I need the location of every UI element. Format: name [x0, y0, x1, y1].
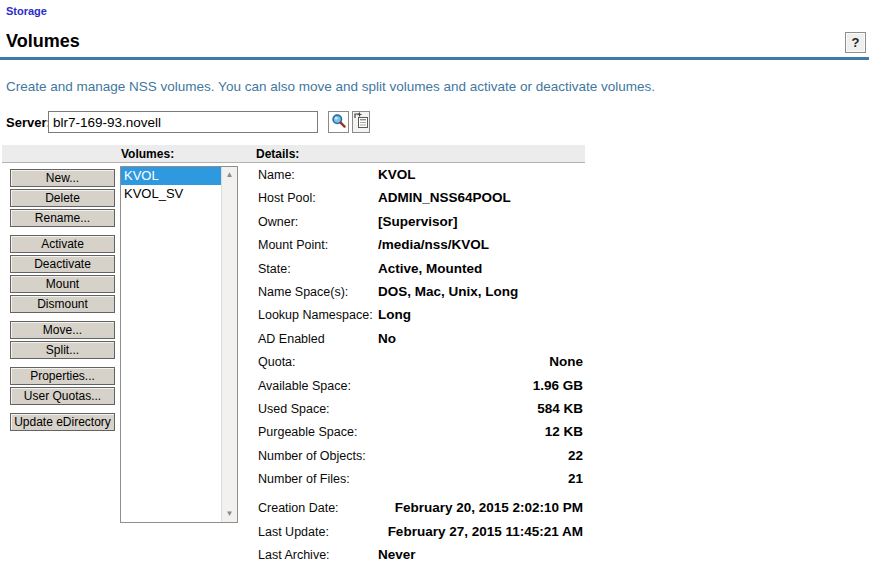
detail-row-name-space-s: Name Space(s):DOS, Mac, Unix, Long	[258, 284, 583, 307]
action-button-mount[interactable]: Mount	[10, 275, 115, 293]
detail-label: Name:	[258, 168, 378, 182]
detail-value: DOS, Mac, Unix, Long	[378, 284, 583, 299]
detail-label: Number of Files:	[258, 472, 378, 486]
detail-value: 1.96 GB	[378, 378, 583, 393]
detail-label: Name Space(s):	[258, 285, 378, 299]
action-button-group: Move...Split...	[10, 321, 115, 359]
detail-label: Owner:	[258, 215, 378, 229]
volumes-listbox: KVOLKVOL_SV ▲ ▼	[120, 166, 238, 523]
detail-label: State:	[258, 262, 378, 276]
detail-label: Used Space:	[258, 402, 378, 416]
details-header: Details:	[256, 147, 581, 161]
section-header-bar: Volumes: Details:	[2, 145, 585, 163]
action-button-user-quotas[interactable]: User Quotas...	[10, 387, 115, 405]
action-button-group: New...DeleteRename...	[10, 169, 115, 227]
detail-row-owner: Owner:[Supervisor]	[258, 214, 583, 237]
detail-value: ADMIN_NSS64POOL	[378, 190, 583, 205]
detail-value: Never	[378, 547, 583, 562]
action-button-deactivate[interactable]: Deactivate	[10, 255, 115, 273]
detail-row-number-of-files: Number of Files:21	[258, 471, 583, 494]
action-button-dismount[interactable]: Dismount	[10, 295, 115, 313]
detail-row-available-space: Available Space:1.96 GB	[258, 378, 583, 401]
detail-row-last-archive: Last Archive:Never	[258, 547, 583, 570]
detail-value: None	[378, 354, 583, 369]
help-button[interactable]: ?	[845, 32, 866, 53]
server-field-label: Server:	[6, 115, 51, 130]
detail-value: Active, Mounted	[378, 261, 583, 276]
object-history-icon	[354, 112, 369, 132]
detail-label: Purgeable Space:	[258, 425, 378, 439]
detail-value: February 20, 2015 2:02:10 PM	[378, 500, 583, 515]
action-button-update-edirectory[interactable]: Update eDirectory	[10, 413, 115, 431]
magnifier-icon	[331, 113, 347, 132]
volume-list-item-kvol[interactable]: KVOL	[121, 167, 221, 185]
server-input[interactable]	[48, 111, 318, 133]
detail-label: Quota:	[258, 355, 378, 369]
detail-label: Creation Date:	[258, 501, 378, 515]
detail-row-number-of-objects: Number of Objects:22	[258, 448, 583, 471]
detail-value: 22	[378, 448, 583, 463]
detail-value: /media/nss/KVOL	[378, 237, 583, 252]
detail-value: KVOL	[378, 167, 583, 182]
detail-row-last-update: Last Update:February 27, 2015 11:45:21 A…	[258, 524, 583, 547]
action-button-rename[interactable]: Rename...	[10, 209, 115, 227]
detail-value: Long	[378, 307, 583, 322]
detail-label: AD Enabled	[258, 332, 378, 346]
detail-row-lookup-namespace: Lookup Namespace:Long	[258, 307, 583, 330]
detail-row-quota: Quota:None	[258, 354, 583, 377]
detail-value: No	[378, 331, 583, 346]
action-button-group: ActivateDeactivateMountDismount	[10, 235, 115, 313]
detail-value: [Supervisor]	[378, 214, 583, 229]
action-button-move[interactable]: Move...	[10, 321, 115, 339]
action-button-group: Update eDirectory	[10, 413, 115, 431]
detail-label: Last Update:	[258, 525, 378, 539]
action-button-delete[interactable]: Delete	[10, 189, 115, 207]
detail-label: Host Pool:	[258, 191, 378, 205]
detail-label: Lookup Namespace:	[258, 308, 378, 322]
detail-label: Available Space:	[258, 379, 378, 393]
title-divider	[0, 57, 869, 60]
page-description: Create and manage NSS volumes. You can a…	[6, 79, 806, 94]
detail-row-used-space: Used Space:584 KB	[258, 401, 583, 424]
detail-row-ad-enabled: AD EnabledNo	[258, 331, 583, 354]
action-button-new[interactable]: New...	[10, 169, 115, 187]
breadcrumb-storage-link[interactable]: Storage	[6, 5, 47, 17]
detail-value: 584 KB	[378, 401, 583, 416]
detail-label: Mount Point:	[258, 238, 378, 252]
action-button-group: Properties...User Quotas...	[10, 367, 115, 405]
volumes-header: Volumes:	[121, 147, 174, 161]
detail-row-state: State:Active, Mounted	[258, 261, 583, 284]
detail-label: Number of Objects:	[258, 449, 378, 463]
scroll-down-icon[interactable]: ▼	[222, 506, 237, 522]
volumes-list: KVOLKVOL_SV	[121, 167, 221, 522]
list-scrollbar[interactable]: ▲ ▼	[221, 167, 237, 522]
detail-row-mount-point: Mount Point:/media/nss/KVOL	[258, 237, 583, 260]
action-button-activate[interactable]: Activate	[10, 235, 115, 253]
action-buttons: New...DeleteRename...ActivateDeactivateM…	[10, 169, 115, 439]
nss-volumes-page: { "breadcrumb": { "label": "Storage" }, …	[0, 0, 873, 574]
action-button-properties[interactable]: Properties...	[10, 367, 115, 385]
object-selector-button[interactable]	[328, 111, 349, 133]
action-button-split[interactable]: Split...	[10, 341, 115, 359]
page-title: Volumes	[6, 31, 80, 52]
detail-row-name: Name:KVOL	[258, 167, 583, 190]
detail-label: Last Archive:	[258, 548, 378, 562]
detail-row-host-pool: Host Pool:ADMIN_NSS64POOL	[258, 190, 583, 213]
volume-list-item-kvol-sv[interactable]: KVOL_SV	[121, 185, 221, 203]
detail-value: 21	[378, 471, 583, 486]
detail-value: 12 KB	[378, 424, 583, 439]
detail-row-purgeable-space: Purgeable Space:12 KB	[258, 424, 583, 447]
detail-value: February 27, 2015 11:45:21 AM	[378, 524, 583, 539]
details-rows: Name:KVOLHost Pool:ADMIN_NSS64POOLOwner:…	[258, 167, 583, 571]
object-history-button[interactable]	[352, 111, 370, 133]
detail-row-creation-date: Creation Date:February 20, 2015 2:02:10 …	[258, 500, 583, 523]
scroll-up-icon[interactable]: ▲	[222, 167, 237, 183]
